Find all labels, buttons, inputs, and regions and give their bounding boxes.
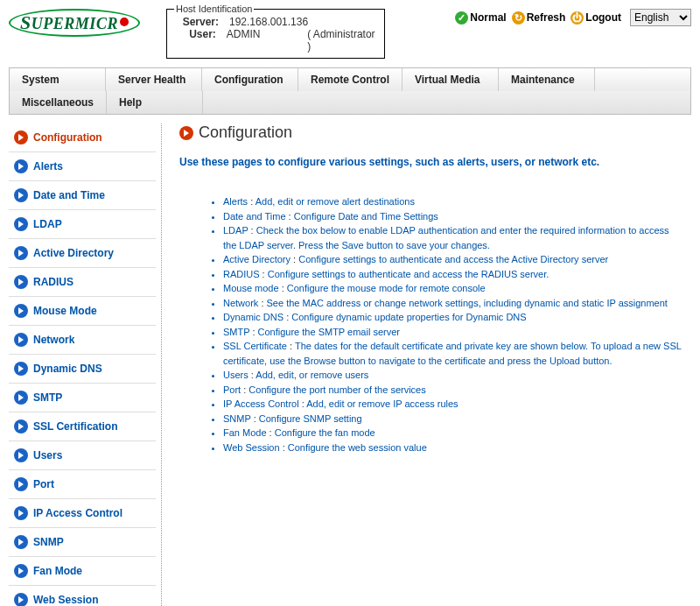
server-value: 192.168.001.136 — [222, 16, 310, 28]
desc-item: Web Session : Configure the web session … — [223, 440, 682, 455]
desc-item-key[interactable]: SSL Certificate — [223, 341, 287, 351]
arrow-right-icon — [14, 506, 28, 520]
desc-item-key[interactable]: Mouse mode — [223, 283, 279, 293]
user-label: User: — [174, 28, 220, 53]
language-select[interactable]: English — [630, 9, 691, 26]
menu-item-configuration[interactable]: Configuration — [202, 68, 298, 91]
sidebar-item-label: Users — [33, 449, 62, 462]
desc-item-key[interactable]: Active Directory — [223, 254, 290, 264]
menu-item-maintenance[interactable]: Maintenance — [499, 68, 595, 91]
logout-link[interactable]: Logout — [585, 11, 621, 24]
desc-item-text: Check the box below to enable LDAP authe… — [223, 225, 669, 250]
desc-item-key[interactable]: SNMP — [223, 413, 251, 424]
arrow-right-icon — [14, 275, 28, 289]
sidebar-item-label: LDAP — [33, 218, 62, 230]
menu-item-server-health[interactable]: Server Health — [106, 68, 202, 91]
desc-item: Dynamic DNS : Configure dynamic update p… — [223, 310, 682, 325]
arrow-right-icon — [14, 448, 28, 462]
desc-item-key[interactable]: Dynamic DNS — [223, 312, 284, 322]
desc-item: Active Directory : Configure settings to… — [223, 252, 682, 267]
sidebar-item-label: RADIUS — [33, 276, 74, 288]
menu-item-miscellaneous[interactable]: Miscellaneous — [10, 91, 107, 114]
logo-image: SUPERMICR — [9, 9, 140, 37]
menu-item-system[interactable]: System — [10, 68, 106, 91]
desc-item: SSL Certificate : The dates for the defa… — [223, 339, 682, 368]
arrow-right-icon — [14, 246, 28, 260]
sidebar-item-network[interactable]: Network — [9, 326, 156, 355]
sidebar-item-dynamic-dns[interactable]: Dynamic DNS — [9, 355, 156, 384]
desc-item-key[interactable]: LDAP — [223, 225, 248, 236]
logout-icon: ⏻ — [570, 11, 584, 25]
desc-item-key[interactable]: RADIUS — [223, 269, 260, 279]
desc-item-text: Configure dynamic update properties for … — [291, 312, 526, 322]
host-identification: Host Identification Server: 192.168.001.… — [166, 4, 385, 59]
sidebar-item-label: SMTP — [33, 391, 62, 404]
sidebar-item-mouse-mode[interactable]: Mouse Mode — [9, 297, 156, 326]
main-panel: Configuration Use these pages to configu… — [162, 123, 691, 606]
arrow-right-icon — [14, 419, 28, 433]
desc-item: Alerts : Add, edit or remove alert desti… — [223, 194, 682, 209]
arrow-right-icon — [14, 304, 28, 318]
sidebar-item-configuration[interactable]: Configuration — [9, 123, 156, 152]
desc-item: Mouse mode : Configure the mouse mode fo… — [223, 281, 682, 296]
sidebar-item-active-directory[interactable]: Active Directory — [9, 239, 156, 268]
sidebar-item-label: Dynamic DNS — [33, 363, 102, 375]
status-normal-link[interactable]: Normal — [470, 11, 506, 24]
sidebar-item-ssl-certification[interactable]: SSL Certification — [9, 412, 156, 441]
desc-item-key[interactable]: Users — [223, 370, 248, 380]
sidebar-item-date-and-time[interactable]: Date and Time — [9, 181, 156, 210]
user-value: ADMIN — [220, 28, 302, 53]
sidebar-item-radius[interactable]: RADIUS — [9, 268, 156, 297]
desc-item-key[interactable]: Fan Mode — [223, 427, 267, 438]
sidebar-item-label: Network — [33, 334, 74, 346]
configuration-description-list: Alerts : Add, edit or remove alert desti… — [223, 194, 682, 454]
desc-item-text: The dates for the default certificate an… — [223, 341, 681, 366]
desc-item: Network : See the MAC address or change … — [223, 296, 682, 311]
sidebar-item-label: IP Access Control — [33, 507, 122, 519]
sidebar-item-label: Date and Time — [33, 189, 105, 201]
desc-item-text: See the MAC address or change network se… — [267, 298, 668, 308]
arrow-right-icon — [14, 535, 28, 549]
sidebar-item-smtp[interactable]: SMTP — [9, 384, 156, 412]
sidebar-item-ip-access-control[interactable]: IP Access Control — [9, 499, 156, 528]
logo-dot-icon — [120, 18, 129, 26]
content-area: ConfigurationAlertsDate and TimeLDAPActi… — [0, 115, 700, 606]
desc-item: IP Access Control : Add, edit or remove … — [223, 397, 682, 412]
desc-item-text: Add, edit, or remove users — [256, 370, 368, 380]
sidebar-item-fan-mode[interactable]: Fan Mode — [9, 557, 156, 586]
desc-item-text: Configure the fan mode — [275, 427, 375, 438]
desc-item-key[interactable]: Web Session — [223, 442, 280, 453]
sidebar-item-web-session[interactable]: Web Session — [9, 586, 156, 606]
desc-item-key[interactable]: IP Access Control — [223, 398, 299, 409]
arrow-right-icon — [14, 333, 28, 347]
sidebar-item-label: Web Session — [33, 594, 98, 606]
menu-row-2: MiscellaneousHelp — [10, 91, 690, 114]
desc-item-text: Configure the mouse mode for remote cons… — [287, 283, 486, 293]
sidebar-item-snmp[interactable]: SNMP — [9, 528, 156, 557]
desc-item-text: Configure SNMP setting — [259, 413, 362, 424]
arrow-right-icon — [14, 130, 28, 144]
arrow-right-icon — [14, 593, 28, 606]
desc-item-key[interactable]: Port — [223, 384, 241, 395]
arrow-right-icon — [179, 126, 193, 140]
header-actions: ✓ Normal ↻ Refresh ⏻ Logout English — [455, 4, 691, 26]
menu-item-virtual-media[interactable]: Virtual Media — [402, 68, 499, 91]
menu-item-help[interactable]: Help — [107, 91, 203, 114]
sidebar-item-ldap[interactable]: LDAP — [9, 210, 156, 239]
sidebar-item-users[interactable]: Users — [9, 441, 156, 470]
refresh-icon: ↻ — [512, 11, 525, 25]
desc-item: RADIUS : Configure settings to authentic… — [223, 267, 682, 282]
desc-item-key[interactable]: Alerts — [223, 196, 248, 207]
server-label: Server: — [174, 16, 222, 28]
desc-item-key[interactable]: Network — [223, 298, 258, 308]
refresh-link[interactable]: Refresh — [527, 11, 566, 24]
menu-item-remote-control[interactable]: Remote Control — [298, 68, 402, 91]
desc-item-text: Add, edit or remove alert destinations — [256, 196, 415, 207]
menu-row-1: SystemServer HealthConfigurationRemote C… — [10, 68, 690, 91]
sidebar-item-alerts[interactable]: Alerts — [9, 152, 156, 181]
desc-item-key[interactable]: SMTP — [223, 327, 249, 337]
desc-item-key[interactable]: Date and Time — [223, 211, 286, 222]
arrow-right-icon — [14, 477, 28, 491]
sidebar-item-port[interactable]: Port — [9, 470, 156, 499]
desc-item-text: Add, edit or remove IP access rules — [306, 398, 458, 409]
